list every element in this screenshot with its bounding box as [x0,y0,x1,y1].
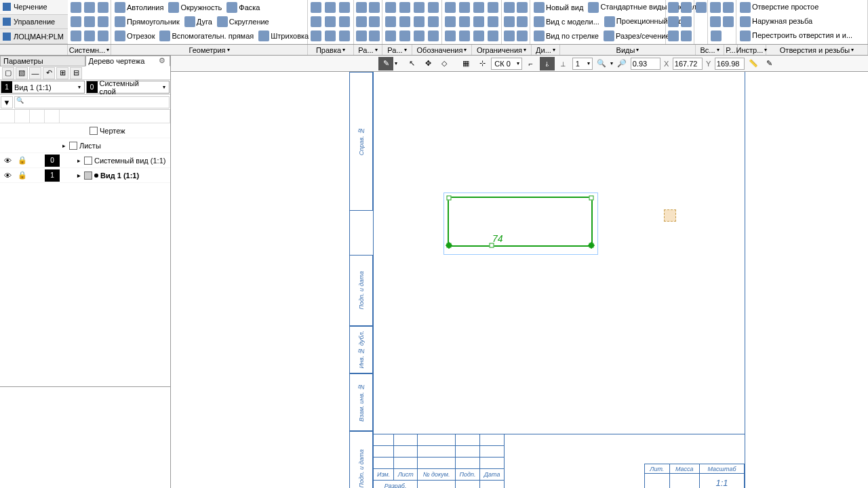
search-input[interactable] [14,96,170,108]
ann2-icon[interactable] [398,1,412,14]
edit-icon[interactable] [309,1,323,14]
eye-icon[interactable]: 👁 [0,171,15,180]
sub-tools[interactable]: Инстр...▾ [738,45,766,55]
ann1-icon[interactable] [384,1,397,14]
y-coord[interactable]: 169.98 [715,58,745,70]
filter-icon[interactable]: ▼ [1,96,13,108]
zoom-out-icon[interactable]: 🔎 [614,57,629,70]
con9-icon[interactable] [443,29,457,43]
preview-icon[interactable] [83,15,96,28]
ann4-icon[interactable] [427,1,440,14]
mt2-icon[interactable]: ▧ [16,67,28,79]
ann10-icon[interactable] [412,29,426,43]
picker-icon[interactable]: ✎ [762,57,777,70]
eye-icon[interactable]: 👁 [0,157,15,165]
hole-rebuild-button[interactable]: Перестроить отверстия и и... [738,29,854,43]
save-icon[interactable] [96,1,109,14]
chamfer-button[interactable]: Фаска [224,1,262,14]
tree-root[interactable]: Чертеж [0,123,170,138]
zoom-value[interactable]: 0.93 [631,58,660,70]
sub-views[interactable]: Виды▾ [560,45,696,55]
trap-icon[interactable]: ◇ [437,57,452,70]
layer-select[interactable]: 0Системный слой▾ [86,81,170,94]
rect-button[interactable]: Прямоугольник [113,15,182,28]
ann7-icon[interactable] [412,15,426,28]
con10-icon[interactable] [458,29,471,43]
copy-icon[interactable] [96,29,109,43]
measure-icon[interactable]: 📏 [746,57,761,70]
dim4-icon[interactable] [368,15,380,28]
cursor2-icon[interactable]: ✥ [420,57,435,70]
redo-icon[interactable] [83,29,96,43]
ann11-icon[interactable] [427,29,440,43]
tree-sheets[interactable]: ▸Листы [0,138,170,153]
dim2-icon[interactable] [368,1,380,14]
r1-icon[interactable] [696,1,707,14]
hole-thread-button[interactable]: Наружная резьба [738,15,814,28]
segment-button[interactable]: Отрезок [113,29,157,43]
ann8-icon[interactable] [427,15,440,28]
sub-holes[interactable]: Отверстия и резьбы▾ [766,45,868,55]
con12-icon[interactable] [486,29,500,43]
open-icon[interactable] [83,1,96,14]
mt4-icon[interactable]: ↶ [43,67,55,79]
dg3-icon[interactable] [503,15,515,28]
view-select[interactable]: 1Вид 1 (1:1)▾ [1,81,85,94]
sub-edit[interactable]: Правка▾ [308,45,354,55]
undo-icon[interactable] [69,29,82,43]
cursor-icon[interactable]: ↖ [404,57,419,70]
t5-icon[interactable] [709,29,723,43]
con2-icon[interactable] [458,1,471,14]
auxline-button[interactable]: Вспомогательн. прямая [157,29,256,43]
new-icon[interactable] [69,1,82,14]
dim6-icon[interactable] [368,29,380,43]
tab-drawing[interactable]: Черчение [0,0,68,15]
gear-icon[interactable] [159,56,168,66]
sub-ins[interactable]: Вс...▾ [696,45,724,55]
dg5-icon[interactable] [503,29,515,43]
newview-button[interactable]: Новый вид [532,1,585,14]
t1-icon[interactable] [709,1,722,14]
modelview-button[interactable]: Вид с модели... [532,15,601,28]
arc-button[interactable]: Дуга [182,15,214,28]
ins1-icon[interactable] [667,1,679,14]
ins6-icon[interactable] [680,29,692,43]
hole-simple-button[interactable]: Отверстие простое [738,1,821,14]
autoline-button[interactable]: Автолиния [113,1,165,14]
sub-dim2[interactable]: Ра...▾ [382,45,412,55]
dg4-icon[interactable] [516,15,528,28]
ins2-icon[interactable] [680,1,692,14]
con7-icon[interactable] [472,15,486,28]
tab-lotsman[interactable]: ЛОЦМАН:PLM [0,29,68,44]
sub-geometry[interactable]: Геометрия▾ [111,45,308,55]
step-select[interactable]: 1 [572,58,593,70]
t2-icon[interactable] [722,1,734,14]
fillet-button[interactable]: Скругление [215,15,271,28]
sub-constr[interactable]: Ограничения▾ [472,45,532,55]
mt3-icon[interactable]: — [29,67,41,79]
hatch-button[interactable]: Штриховка [256,29,311,43]
sub-system[interactable]: Системн...▾ [68,45,111,55]
dim5-icon[interactable] [355,29,368,43]
mt6-icon[interactable]: ⊟ [70,67,82,79]
edit5-icon[interactable] [323,15,337,28]
con11-icon[interactable] [472,29,486,43]
tab-tree[interactable]: Дерево чертежа [85,56,171,66]
zoom-in-icon[interactable]: 🔍 [594,57,609,70]
edit6-icon[interactable] [338,15,351,28]
t4-icon[interactable] [722,15,734,28]
ann9-icon[interactable] [398,29,412,43]
edit4-icon[interactable] [309,15,323,28]
dim1-icon[interactable] [355,1,368,14]
dg6-icon[interactable] [516,29,528,43]
tab-parameters[interactable]: Параметры [0,56,85,66]
mt1-icon[interactable]: ▢ [2,67,14,79]
ann5-icon[interactable] [384,15,397,28]
ann6-icon[interactable] [398,15,412,28]
edit9-icon[interactable] [338,29,351,43]
drawing-canvas[interactable]: Справ. № Подп. и дата Инв. № дубл. Взам.… [171,72,868,488]
con5-icon[interactable] [443,15,457,28]
t3-icon[interactable] [709,15,722,28]
ortho-icon[interactable]: ⌐ [524,57,538,70]
section-button[interactable]: Разрез/сечение [601,29,672,43]
